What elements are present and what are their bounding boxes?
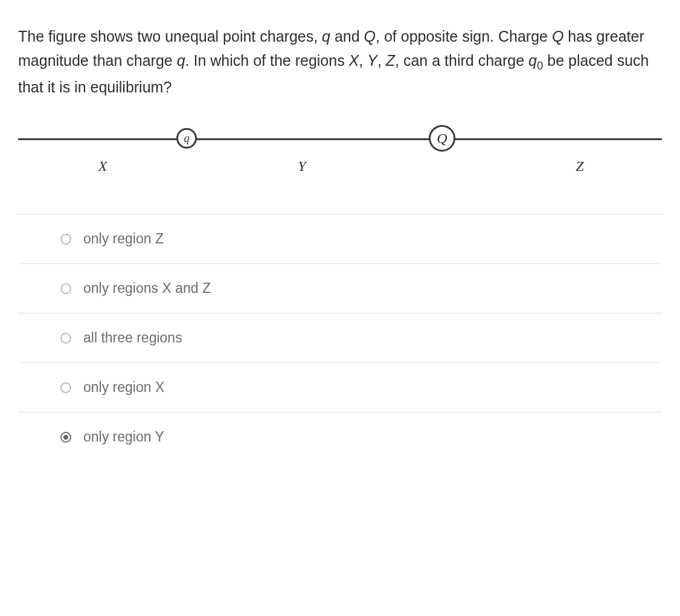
text-fragment: equilibrium? — [91, 79, 172, 95]
figure-line — [18, 138, 662, 140]
var-Q: Q — [552, 28, 563, 45]
charge-q: q — [176, 128, 197, 149]
charge-Q: Q — [429, 125, 455, 152]
text-fragment: , of opposite sign. — [376, 28, 494, 45]
text-fragment: Charge — [498, 28, 552, 45]
option-label: only regions X and Z — [83, 280, 211, 297]
var-q: q — [177, 52, 185, 69]
text-fragment: , can a third charge — [395, 52, 528, 69]
option-row[interactable]: only region X — [18, 363, 662, 412]
radio-button[interactable] — [60, 333, 71, 344]
var-Y: Y — [367, 52, 377, 69]
var-q0-sub: 0 — [537, 59, 543, 72]
charge-q-label: q — [184, 132, 190, 145]
option-label: only region Y — [83, 429, 164, 445]
options-list: only region Z only regions X and Z all t… — [18, 214, 662, 461]
radio-button[interactable] — [60, 234, 71, 245]
var-q: q — [322, 28, 330, 45]
var-X: X — [349, 52, 359, 69]
region-label-y: Y — [298, 158, 306, 175]
figure-diagram: q Q X Y Z — [18, 123, 662, 184]
region-label-z: Z — [576, 158, 583, 175]
question-text: The figure shows two unequal point charg… — [18, 24, 662, 99]
radio-button[interactable] — [60, 382, 71, 393]
option-row[interactable]: all three regions — [18, 313, 662, 363]
region-label-x: X — [98, 158, 107, 175]
text-fragment: and — [330, 28, 364, 45]
option-row[interactable]: only region Y — [18, 412, 662, 461]
radio-button[interactable] — [60, 432, 71, 443]
text-fragment: . In which of the — [185, 52, 291, 69]
text-fragment: The figure shows two unequal point charg… — [18, 28, 322, 45]
radio-button[interactable] — [60, 283, 71, 294]
option-row[interactable]: only region Z — [18, 214, 662, 264]
option-label: only region Z — [83, 231, 164, 247]
option-label: only region X — [83, 379, 164, 396]
text-fragment: , — [377, 52, 386, 69]
text-fragment: regions — [295, 52, 349, 69]
var-q0-base: q — [528, 52, 537, 69]
text-fragment: , — [359, 52, 367, 69]
var-Q: Q — [364, 28, 376, 45]
option-label: all three regions — [83, 330, 182, 346]
option-row[interactable]: only regions X and Z — [18, 264, 662, 313]
charge-Q-label: Q — [437, 130, 447, 147]
var-Z: Z — [386, 52, 395, 69]
